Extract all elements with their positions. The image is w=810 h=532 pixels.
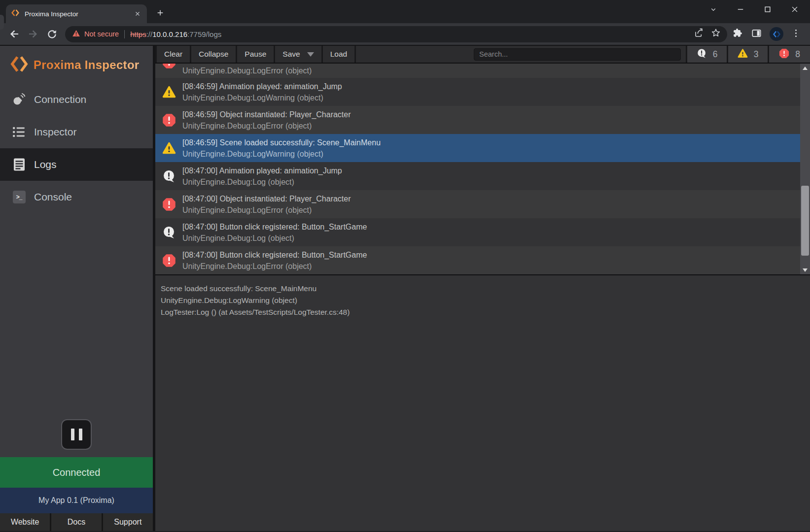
info-filter-button[interactable]: 6 [687, 46, 728, 63]
url-path: :7759/logs [187, 30, 221, 38]
document-icon [12, 158, 26, 171]
maximize-button[interactable] [762, 3, 774, 15]
log-entry-text: [08:47:00] Object instantiated: Player_C… [182, 193, 351, 216]
logs-toolbar: Clear Collapse Pause Save Load [155, 46, 810, 64]
scrollbar-up-arrow[interactable] [800, 64, 810, 72]
tab-close-icon[interactable] [133, 9, 142, 18]
log-row[interactable]: [08:46:59] Animation played: animation_J… [155, 78, 810, 106]
sidebar-item-label: Logs [34, 159, 57, 170]
log-detail-panel: Scene loaded successfully: Scene_MainMen… [155, 274, 810, 531]
sidebar-item-console[interactable]: >_ Console [0, 181, 153, 213]
browser-toolbar: Not secure https://10.0.0.216:7759/logs [0, 23, 810, 46]
log-entry-text: [08:46:59] Animation played: animation_J… [182, 81, 342, 103]
reload-icon[interactable] [45, 28, 58, 40]
tab-title: Proxima Inspector [25, 10, 133, 18]
error-icon [162, 254, 176, 267]
clear-button[interactable]: Clear [155, 46, 191, 63]
tab-search-chevron-icon[interactable] [707, 3, 719, 15]
detail-line: UnityEngine.Debug:LogWarning (object) [161, 295, 810, 306]
sidebar-item-logs[interactable]: Logs [0, 148, 153, 181]
omnibox-actions [694, 28, 721, 40]
log-rows: UnityEngine.Debug:LogError (object)[08:4… [155, 64, 810, 274]
list-icon [12, 125, 26, 139]
log-entry-text: [08:47:00] Button click registered: Butt… [182, 249, 367, 272]
address-bar[interactable]: Not secure https://10.0.0.216:7759/logs [65, 26, 727, 42]
log-entry-text: UnityEngine.Debug:LogError (object) [182, 64, 312, 76]
load-button[interactable]: Load [323, 46, 356, 63]
new-tab-button[interactable] [154, 6, 167, 19]
log-row[interactable]: [08:47:00] Object instantiated: Player_C… [155, 190, 810, 218]
pause-button[interactable]: Pause [237, 46, 275, 63]
connected-app-label: My App 0.1 (Proxima) [0, 488, 153, 513]
side-panel-icon[interactable] [751, 28, 762, 41]
log-message: [08:46:59] Scene loaded successfully: Sc… [182, 137, 381, 148]
sidebar-item-label: Connection [34, 94, 86, 105]
info-count: 6 [713, 49, 718, 60]
log-stacktrace: UnityEngine.Debug:LogError (object) [182, 65, 312, 76]
error-icon [162, 113, 176, 127]
extensions-puzzle-icon[interactable] [732, 28, 743, 41]
log-message: [08:46:59] Animation played: animation_J… [182, 81, 342, 92]
warning-triangle-icon [738, 48, 748, 61]
log-list: UnityEngine.Debug:LogError (object)[08:4… [155, 64, 810, 274]
back-icon[interactable] [8, 28, 21, 40]
log-entry-text: [08:46:59] Object instantiated: Player_C… [182, 109, 351, 132]
log-message: [08:46:59] Object instantiated: Player_C… [182, 109, 351, 120]
warning-filter-button[interactable]: 3 [728, 46, 769, 63]
pause-icon [79, 429, 82, 440]
not-secure-label[interactable]: Not secure [84, 30, 119, 38]
sidebar-item-label: Inspector [34, 126, 76, 138]
app-logo-text: Proxima Inspector [34, 58, 140, 72]
logs-page: Clear Collapse Pause Save Load [153, 46, 810, 531]
proxima-inspector-app: Proxima Inspector Connection [0, 46, 810, 531]
save-button-label: Save [282, 50, 300, 59]
sidebar-item-inspector[interactable]: Inspector [0, 116, 153, 148]
log-entry-text: [08:46:59] Scene loaded successfully: Sc… [182, 137, 381, 160]
url-text[interactable]: https://10.0.0.216:7759/logs [130, 30, 694, 38]
minimize-button[interactable] [735, 3, 746, 15]
sidebar-spacer [0, 213, 153, 419]
log-row[interactable]: UnityEngine.Debug:LogError (object) [155, 64, 810, 78]
info-bubble-icon [697, 48, 707, 61]
share-icon[interactable] [694, 28, 704, 40]
favicon-proxima-icon [11, 8, 20, 19]
bookmark-star-icon[interactable] [710, 28, 721, 40]
log-row[interactable]: [08:47:00] Button click registered: Butt… [155, 246, 810, 274]
collapse-button[interactable]: Collapse [191, 46, 237, 63]
url-host: 10.0.0.216 [152, 30, 187, 38]
sidebar-item-connection[interactable]: Connection [0, 83, 153, 116]
warning-icon [162, 85, 176, 99]
save-dropdown-caret-icon[interactable] [307, 52, 314, 57]
close-window-button[interactable] [789, 3, 801, 15]
browser-menu-kebab-icon[interactable] [791, 28, 801, 40]
sidebar: Proxima Inspector Connection [0, 46, 153, 531]
satellite-dish-icon [12, 93, 26, 106]
browser-actions [732, 27, 801, 41]
log-message: [08:47:00] Object instantiated: Player_C… [182, 193, 351, 204]
warning-icon [162, 141, 176, 155]
log-row[interactable]: [08:47:00] Button click registered: Butt… [155, 218, 810, 246]
sidebar-item-label: Console [34, 191, 72, 203]
search-input[interactable] [474, 48, 681, 61]
log-stacktrace: UnityEngine.Debug:LogWarning (object) [182, 92, 342, 103]
error-count: 8 [795, 49, 800, 60]
browser-tab[interactable]: Proxima Inspector [6, 4, 147, 23]
forward-icon[interactable] [27, 28, 39, 40]
error-filter-button[interactable]: 8 [769, 46, 810, 63]
error-octagon-icon [779, 48, 789, 61]
log-row[interactable]: [08:46:59] Scene loaded successfully: Sc… [155, 134, 810, 162]
log-message: [08:47:00] Button click registered: Butt… [182, 249, 367, 261]
proxima-extension-icon[interactable] [770, 27, 783, 41]
footer-link-docs[interactable]: Docs [51, 513, 103, 531]
footer-link-website[interactable]: Website [0, 513, 51, 531]
sidebar-footer: Website Docs Support [0, 513, 153, 531]
pause-stream-button[interactable] [61, 419, 92, 450]
scrollbar-down-arrow[interactable] [800, 266, 810, 274]
log-scrollbar[interactable] [800, 64, 810, 274]
save-button[interactable]: Save [275, 46, 322, 63]
footer-link-support[interactable]: Support [103, 513, 153, 531]
scrollbar-thumb[interactable] [801, 186, 809, 256]
log-row[interactable]: [08:46:59] Object instantiated: Player_C… [155, 106, 810, 134]
log-entry-text: [08:47:00] Animation played: animation_J… [182, 165, 342, 188]
log-row[interactable]: [08:47:00] Animation played: animation_J… [155, 162, 810, 190]
